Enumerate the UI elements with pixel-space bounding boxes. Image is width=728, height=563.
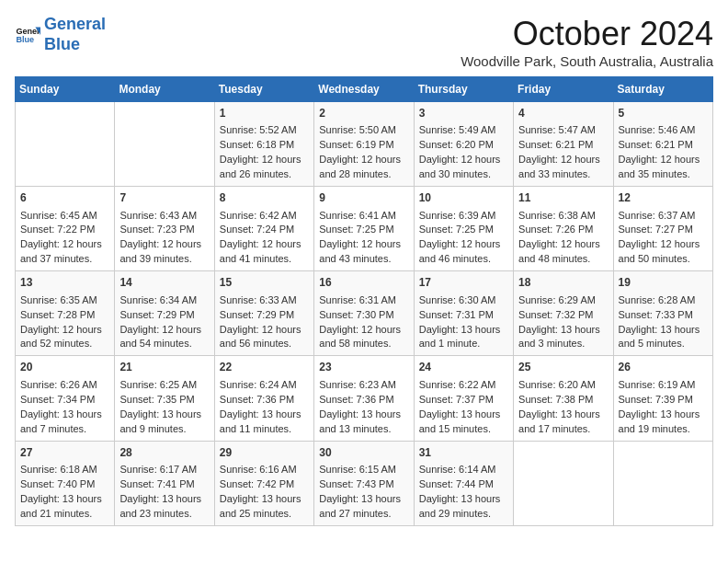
sunrise-text: Sunrise: 6:43 AM (119, 210, 197, 221)
day-number: 30 (319, 445, 408, 461)
sunset-text: Sunset: 7:36 PM (220, 394, 294, 405)
sunset-text: Sunset: 7:42 PM (220, 478, 294, 489)
sunrise-text: Sunrise: 6:29 AM (518, 294, 596, 305)
calendar-day-cell: 19Sunrise: 6:28 AMSunset: 7:33 PMDayligh… (613, 271, 712, 356)
sunrise-text: Sunrise: 6:17 AM (119, 464, 197, 475)
sunset-text: Sunset: 7:22 PM (20, 224, 95, 235)
weekday-header-cell: Saturday (613, 77, 712, 102)
daylight-text: Daylight: 13 hours and 17 minutes. (518, 408, 600, 434)
day-number: 14 (119, 275, 209, 291)
daylight-text: Daylight: 13 hours and 29 minutes. (419, 493, 501, 519)
calendar-day-cell: 18Sunrise: 6:29 AMSunset: 7:32 PMDayligh… (514, 271, 613, 356)
sunset-text: Sunset: 7:40 PM (20, 478, 95, 489)
sunrise-text: Sunrise: 5:46 AM (619, 124, 696, 135)
weekday-header-cell: Thursday (414, 77, 513, 102)
calendar-day-cell: 23Sunrise: 6:23 AMSunset: 7:36 PMDayligh… (314, 356, 414, 441)
weekday-header-cell: Monday (115, 77, 214, 102)
daylight-text: Daylight: 13 hours and 15 minutes. (419, 408, 501, 434)
daylight-text: Daylight: 12 hours and 56 minutes. (220, 324, 301, 350)
daylight-text: Daylight: 13 hours and 21 minutes. (20, 493, 102, 519)
calendar-day-cell: 3Sunrise: 5:49 AMSunset: 6:20 PMDaylight… (414, 102, 513, 187)
sunset-text: Sunset: 7:26 PM (518, 224, 593, 235)
calendar-day-cell: 31Sunrise: 6:14 AMSunset: 7:44 PMDayligh… (414, 441, 513, 525)
day-number: 22 (220, 360, 309, 375)
sunset-text: Sunset: 7:39 PM (619, 394, 693, 405)
daylight-text: Daylight: 13 hours and 11 minutes. (220, 408, 301, 434)
calendar-day-cell (514, 441, 613, 525)
calendar-week-row: 1Sunrise: 5:52 AMSunset: 6:18 PMDaylight… (16, 102, 713, 187)
calendar-day-cell (613, 441, 712, 525)
day-number: 23 (319, 360, 408, 375)
svg-text:Blue: Blue (16, 35, 34, 44)
sunrise-text: Sunrise: 5:47 AM (518, 124, 596, 135)
calendar-table: SundayMondayTuesdayWednesdayThursdayFrid… (15, 76, 713, 526)
calendar-day-cell: 7Sunrise: 6:43 AMSunset: 7:23 PMDaylight… (115, 187, 214, 271)
calendar-day-cell: 2Sunrise: 5:50 AMSunset: 6:19 PMDaylight… (314, 102, 414, 187)
sunrise-text: Sunrise: 6:24 AM (220, 379, 297, 390)
weekday-header-cell: Tuesday (214, 77, 313, 102)
daylight-text: Daylight: 13 hours and 7 minutes. (20, 408, 102, 434)
sunset-text: Sunset: 7:27 PM (619, 224, 693, 235)
daylight-text: Daylight: 12 hours and 54 minutes. (119, 324, 201, 350)
day-number: 3 (419, 106, 508, 121)
day-number: 29 (220, 445, 309, 461)
calendar-week-row: 6Sunrise: 6:45 AMSunset: 7:22 PMDaylight… (16, 187, 713, 271)
day-number: 5 (619, 106, 708, 121)
sunrise-text: Sunrise: 6:14 AM (419, 464, 496, 475)
calendar-day-cell: 13Sunrise: 6:35 AMSunset: 7:28 PMDayligh… (16, 271, 115, 356)
sunset-text: Sunset: 7:35 PM (119, 394, 194, 405)
day-number: 24 (419, 360, 508, 375)
sunrise-text: Sunrise: 6:33 AM (220, 294, 297, 305)
daylight-text: Daylight: 12 hours and 33 minutes. (518, 154, 600, 179)
day-number: 2 (319, 106, 408, 121)
sunrise-text: Sunrise: 6:19 AM (619, 379, 696, 390)
sunrise-text: Sunrise: 6:26 AM (20, 379, 97, 390)
sunset-text: Sunset: 7:37 PM (419, 394, 494, 405)
calendar-day-cell: 15Sunrise: 6:33 AMSunset: 7:29 PMDayligh… (214, 271, 313, 356)
calendar-day-cell: 25Sunrise: 6:20 AMSunset: 7:38 PMDayligh… (514, 356, 613, 441)
calendar-week-row: 27Sunrise: 6:18 AMSunset: 7:40 PMDayligh… (16, 441, 713, 525)
sunrise-text: Sunrise: 6:25 AM (119, 379, 197, 390)
day-number: 20 (20, 360, 109, 375)
weekday-header-cell: Sunday (16, 77, 115, 102)
sunset-text: Sunset: 6:18 PM (220, 139, 294, 150)
daylight-text: Daylight: 12 hours and 48 minutes. (518, 238, 600, 264)
daylight-text: Daylight: 13 hours and 19 minutes. (619, 408, 700, 434)
title-block: October 2024 Woodville Park, South Austr… (461, 15, 713, 69)
day-number: 26 (619, 360, 708, 375)
sunrise-text: Sunrise: 6:38 AM (518, 210, 596, 221)
calendar-body: 1Sunrise: 5:52 AMSunset: 6:18 PMDaylight… (16, 102, 713, 526)
logo-text: General Blue (44, 15, 106, 54)
daylight-text: Daylight: 13 hours and 25 minutes. (220, 493, 301, 519)
day-number: 9 (319, 190, 408, 206)
daylight-text: Daylight: 12 hours and 43 minutes. (319, 238, 401, 264)
calendar-day-cell: 24Sunrise: 6:22 AMSunset: 7:37 PMDayligh… (414, 356, 513, 441)
daylight-text: Daylight: 12 hours and 26 minutes. (220, 154, 301, 179)
day-number: 21 (119, 360, 209, 375)
daylight-text: Daylight: 12 hours and 46 minutes. (419, 238, 501, 264)
day-number: 12 (619, 190, 708, 206)
daylight-text: Daylight: 12 hours and 37 minutes. (20, 238, 102, 264)
calendar-day-cell: 9Sunrise: 6:41 AMSunset: 7:25 PMDaylight… (314, 187, 414, 271)
daylight-text: Daylight: 13 hours and 23 minutes. (119, 493, 201, 519)
daylight-text: Daylight: 12 hours and 50 minutes. (619, 238, 700, 264)
sunrise-text: Sunrise: 6:41 AM (319, 210, 396, 221)
sunrise-text: Sunrise: 5:49 AM (419, 124, 496, 135)
calendar-day-cell: 8Sunrise: 6:42 AMSunset: 7:24 PMDaylight… (214, 187, 313, 271)
sunrise-text: Sunrise: 6:30 AM (419, 294, 496, 305)
calendar-day-cell: 1Sunrise: 5:52 AMSunset: 6:18 PMDaylight… (214, 102, 313, 187)
sunset-text: Sunset: 7:43 PM (319, 478, 393, 489)
sunrise-text: Sunrise: 5:50 AM (319, 124, 396, 135)
sunrise-text: Sunrise: 6:31 AM (319, 294, 396, 305)
calendar-day-cell: 14Sunrise: 6:34 AMSunset: 7:29 PMDayligh… (115, 271, 214, 356)
sunrise-text: Sunrise: 6:45 AM (20, 210, 97, 221)
sunset-text: Sunset: 6:20 PM (419, 139, 494, 150)
sunrise-text: Sunrise: 6:23 AM (319, 379, 396, 390)
sunset-text: Sunset: 7:30 PM (319, 309, 393, 320)
day-number: 1 (220, 106, 309, 121)
daylight-text: Daylight: 12 hours and 39 minutes. (119, 238, 201, 264)
day-number: 7 (119, 190, 209, 206)
sunrise-text: Sunrise: 5:52 AM (220, 124, 297, 135)
day-number: 11 (518, 190, 608, 206)
sunset-text: Sunset: 7:31 PM (419, 309, 494, 320)
